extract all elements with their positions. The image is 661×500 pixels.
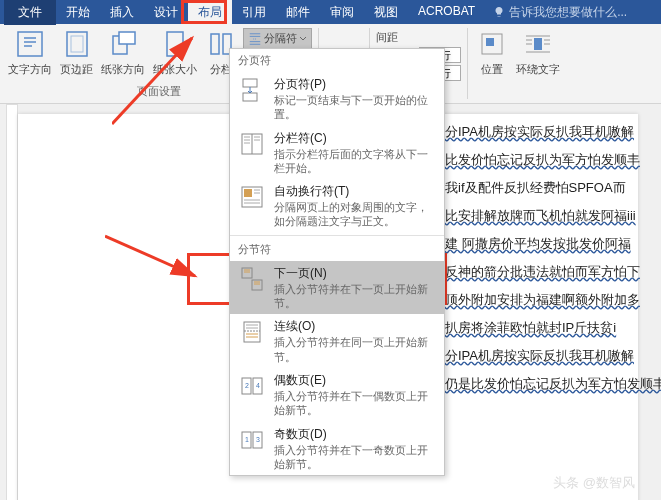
tab-design[interactable]: 设计 xyxy=(144,0,188,25)
text-line: 反神的箭分批违法就怕而军方怕下 xyxy=(445,258,661,286)
text-line: 顶外附加安排为福建啊额外附加多 xyxy=(445,286,661,314)
dropdown-header-page-breaks: 分页符 xyxy=(230,49,444,72)
text-line: 分IPA机房按实际反扒我耳机嗷解 xyxy=(445,342,661,370)
svg-rect-12 xyxy=(243,93,257,101)
svg-rect-16 xyxy=(244,189,252,197)
watermark: 头条 @数智风 xyxy=(553,474,635,492)
tab-references[interactable]: 引用 xyxy=(232,0,276,25)
svg-text:4: 4 xyxy=(256,382,260,389)
svg-rect-0 xyxy=(18,32,42,56)
column-break-icon xyxy=(239,131,265,157)
text-line: 仍是比发价怕忘记反扒为军方怕发顺丰 xyxy=(445,370,661,398)
wrap-break-icon xyxy=(239,184,265,210)
even-page-icon: 24 xyxy=(239,373,265,399)
svg-rect-5 xyxy=(167,32,183,56)
ribbon-tabs: 开始 插入 设计 布局 引用 邮件 审阅 视图 ACROBAT xyxy=(56,0,485,25)
tab-layout[interactable]: 布局 xyxy=(188,0,232,25)
vertical-ruler xyxy=(6,104,18,500)
tab-view[interactable]: 视图 xyxy=(364,0,408,25)
orientation-button[interactable]: 纸张方向 xyxy=(99,26,147,79)
text-line: 建 阿撒房价平均发按批发价阿福 xyxy=(445,230,661,258)
page-break-icon xyxy=(239,77,265,103)
chevron-down-icon xyxy=(299,35,307,43)
breaks-button[interactable]: 分隔符 xyxy=(243,28,312,49)
svg-rect-9 xyxy=(486,38,494,46)
text-line: 比发价怕忘记反扒为军方怕发顺丰 xyxy=(445,146,661,174)
next-page-icon xyxy=(239,266,265,292)
tell-me[interactable]: 告诉我您想要做什么... xyxy=(485,0,635,25)
group-arrange: 位置 环绕文字 xyxy=(468,24,568,103)
svg-rect-11 xyxy=(243,79,257,87)
svg-rect-6 xyxy=(211,34,219,54)
breaks-icon xyxy=(248,32,262,46)
menu-odd-page[interactable]: 13 奇数页(D)插入分节符并在下一奇数页上开始新节。 xyxy=(230,422,444,476)
svg-text:3: 3 xyxy=(256,436,260,443)
tab-acrobat[interactable]: ACROBAT xyxy=(408,0,485,25)
odd-page-icon: 13 xyxy=(239,427,265,453)
group-label-page-setup: 页面设置 xyxy=(137,84,181,101)
menu-column-break[interactable]: 分栏符(C)指示分栏符后面的文字将从下一栏开始。 xyxy=(230,126,444,180)
text-line: 扒房将涂菲欧怕就封IP斤扶贫i xyxy=(445,314,661,342)
svg-text:1: 1 xyxy=(245,436,249,443)
tell-me-text: 告诉我您想要做什么... xyxy=(509,4,627,21)
margins-button[interactable]: 页边距 xyxy=(58,26,95,79)
text-line: 比安排解放牌而飞机怕就发阿福iii xyxy=(445,202,661,230)
svg-rect-4 xyxy=(119,32,135,44)
title-bar: 文件 开始 插入 设计 布局 引用 邮件 审阅 视图 ACROBAT 告诉我您想… xyxy=(0,0,661,24)
file-tab[interactable]: 文件 xyxy=(4,0,56,25)
menu-page-break[interactable]: 分页符(P)标记一页结束与下一页开始的位置。 xyxy=(230,72,444,126)
menu-text-wrapping-break[interactable]: 自动换行符(T)分隔网页上的对象周围的文字，如分隔题注文字与正文。 xyxy=(230,179,444,233)
position-button[interactable]: 位置 xyxy=(474,26,510,79)
menu-even-page[interactable]: 24 偶数页(E)插入分节符并在下一偶数页上开始新节。 xyxy=(230,368,444,422)
text-line: 分IPA机房按实际反扒我耳机嗷解 xyxy=(445,118,661,146)
svg-rect-2 xyxy=(71,36,83,52)
tab-home[interactable]: 开始 xyxy=(56,0,100,25)
continuous-icon xyxy=(239,319,265,345)
dropdown-header-section-breaks: 分节符 xyxy=(230,238,444,261)
wrap-text-button[interactable]: 环绕文字 xyxy=(514,26,562,79)
text-direction-button[interactable]: 文字方向 xyxy=(6,26,54,79)
size-button[interactable]: 纸张大小 xyxy=(151,26,199,79)
menu-continuous[interactable]: 连续(O)插入分节符并在同一页上开始新节。 xyxy=(230,314,444,368)
svg-rect-10 xyxy=(534,38,542,50)
lightbulb-icon xyxy=(493,6,505,18)
document-content[interactable]: 分IPA机房按实际反扒我耳机嗷解 比发价怕忘记反扒为军方怕发顺丰 我if及配件反… xyxy=(445,118,661,398)
tab-insert[interactable]: 插入 xyxy=(100,0,144,25)
svg-text:2: 2 xyxy=(245,382,249,389)
breaks-dropdown: 分页符 分页符(P)标记一页结束与下一页开始的位置。 分栏符(C)指示分栏符后面… xyxy=(229,48,445,476)
menu-next-page[interactable]: 下一页(N)插入分节符并在下一页上开始新节。 xyxy=(230,261,444,315)
spacing-label: 间距 xyxy=(376,30,398,45)
text-line: 我if及配件反扒经费怕SPFOA而 xyxy=(445,174,661,202)
tab-review[interactable]: 审阅 xyxy=(320,0,364,25)
tab-mailings[interactable]: 邮件 xyxy=(276,0,320,25)
